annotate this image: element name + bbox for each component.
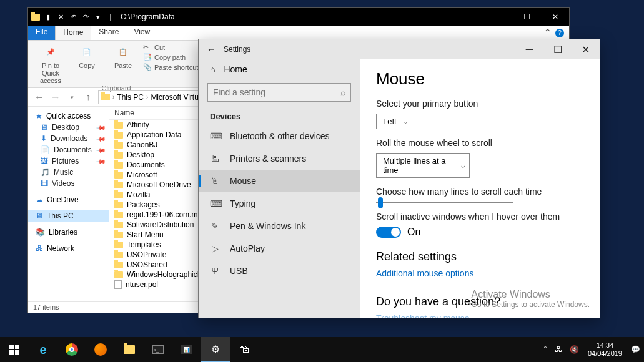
sidebar-this-pc[interactable]: 🖥This PC	[28, 210, 109, 222]
home-icon: ⌂	[210, 64, 215, 74]
paste-button[interactable]: 📋 Paste	[107, 43, 139, 69]
copy-button[interactable]: 📄 Copy	[71, 43, 103, 69]
sidebar-item-documents[interactable]: 📄Documents📌	[28, 144, 109, 155]
qat-redo-icon[interactable]: ↷	[81, 12, 91, 22]
svg-rect-1	[15, 345, 19, 349]
sidebar-item-downloads[interactable]: ⬇Downloads📌	[28, 133, 109, 144]
hover-toggle[interactable]	[376, 227, 401, 238]
lines-slider[interactable]	[376, 202, 513, 203]
nav-history-button[interactable]: ▾	[66, 94, 78, 100]
pin-icon: 📌	[96, 156, 106, 166]
folder-icon	[31, 12, 41, 22]
qat-save-icon[interactable]: ▮	[43, 12, 53, 22]
taskbar-edge[interactable]: e	[29, 337, 57, 362]
lines-label: Choose how many lines to scroll each tim…	[376, 187, 583, 197]
tray-clock[interactable]: 14:34 04/04/2019	[583, 341, 627, 358]
tray-volume-icon[interactable]: 🔇	[566, 337, 583, 362]
copy-path-button[interactable]: 📑Copy path	[143, 53, 198, 62]
sidebar-item-pictures[interactable]: 🖼Pictures📌	[28, 155, 109, 167]
settings-window: ← Settings ─ ☐ ✕ ⌂ Home Find a setting ⌕…	[198, 39, 600, 318]
cut-button[interactable]: ✂Cut	[143, 43, 198, 52]
troubleshoot-link[interactable]: Troubleshoot my mouse	[376, 313, 470, 318]
tray-network-icon[interactable]: 🖧	[551, 337, 566, 362]
taskbar-explorer[interactable]	[115, 337, 144, 362]
sidebar-item-desktop[interactable]: 🖥Desktop📌	[28, 122, 109, 133]
folder-icon	[114, 222, 123, 228]
folder-icon	[101, 94, 110, 100]
sidebar-item-printers[interactable]: 🖶Printers & scanners	[199, 147, 360, 170]
sidebar-item-mouse[interactable]: 🖱Mouse	[199, 170, 360, 192]
ribbon-tab-share[interactable]: Share	[91, 26, 126, 40]
svg-rect-2	[9, 350, 14, 355]
tray-chevron-up-icon[interactable]: ˄	[540, 337, 551, 362]
scissors-icon: ✂	[143, 43, 152, 52]
printer-icon: 🖶	[210, 154, 220, 164]
close-button[interactable]: ✕	[572, 39, 600, 59]
ribbon-help[interactable]: ⌃?	[538, 26, 569, 40]
maximize-button[interactable]: ☐	[513, 8, 541, 26]
qat-sep: |	[106, 12, 116, 22]
paste-shortcut-button[interactable]: 📎Paste shortcut	[143, 63, 198, 72]
additional-mouse-options-link[interactable]: Additional mouse options	[376, 268, 473, 278]
slider-thumb[interactable]	[378, 197, 383, 208]
close-button[interactable]: ✕	[541, 8, 569, 26]
search-input[interactable]: Find a setting ⌕	[207, 83, 351, 102]
ribbon-tab-view[interactable]: View	[126, 26, 157, 40]
wheel-select[interactable]: Multiple lines at a time	[376, 153, 470, 178]
sidebar-item-typing[interactable]: ⌨Typing	[199, 192, 360, 215]
nav-back-button[interactable]: ←	[33, 92, 46, 103]
ribbon-tab-home[interactable]: Home	[55, 26, 91, 40]
minimize-button[interactable]: ─	[485, 8, 513, 26]
breadcrumb-segment[interactable]: This PC	[117, 93, 144, 102]
primary-button-label: Select your primary button	[376, 99, 583, 109]
toggle-state: On	[407, 227, 420, 238]
sidebar-item-videos[interactable]: 🎞Videos	[28, 178, 109, 189]
taskbar-chrome[interactable]	[57, 337, 86, 362]
chevron-right-icon: ›	[146, 94, 148, 100]
tray-notifications-icon[interactable]: 💬	[627, 337, 644, 362]
sidebar-item-music[interactable]: 🎵Music	[28, 167, 109, 178]
sidebar-item-autoplay[interactable]: ▷AutoPlay	[199, 237, 360, 260]
pin-to-quick-access-button[interactable]: 📌 Pin to Quick access	[34, 43, 67, 84]
pen-icon: ✎	[210, 221, 220, 231]
copy-icon: 📄	[78, 43, 96, 61]
paste-icon: 📋	[114, 43, 132, 61]
maximize-button[interactable]: ☐	[543, 39, 572, 59]
explorer-titlebar[interactable]: ▮ ✕ ↶ ↷ ▾ | C:\ProgramData ─ ☐ ✕	[28, 8, 569, 26]
window-title: C:\ProgramData	[118, 12, 485, 21]
taskbar-settings[interactable]: ⚙	[201, 337, 230, 362]
nav-up-button[interactable]: ↑	[82, 92, 94, 103]
pin-icon: 📌	[96, 145, 106, 155]
sidebar-network[interactable]: 🖧Network	[28, 243, 109, 254]
taskbar-store[interactable]: 🛍	[230, 337, 259, 362]
pin-icon: 📌	[96, 134, 106, 144]
taskbar-terminal[interactable]: ›_	[144, 337, 172, 362]
sidebar-item-bluetooth[interactable]: ⌨Bluetooth & other devices	[199, 125, 360, 147]
nav-forward-button[interactable]: →	[49, 92, 62, 103]
qat-undo-icon[interactable]: ↶	[68, 12, 78, 22]
qat-properties-icon[interactable]: ✕	[56, 12, 66, 22]
sidebar-quick-access[interactable]: ★Quick access	[28, 110, 109, 122]
sidebar-item-pen[interactable]: ✎Pen & Windows Ink	[199, 215, 360, 237]
settings-main: Mouse Select your primary button Left Ro…	[360, 59, 600, 318]
settings-titlebar[interactable]: ← Settings ─ ☐ ✕	[199, 39, 600, 59]
taskbar-taskmgr[interactable]: 📊	[172, 337, 201, 362]
taskbar-firefox[interactable]	[86, 337, 115, 362]
folder-icon	[114, 252, 123, 258]
gear-icon: ⚙	[211, 343, 220, 355]
folder-icon	[114, 232, 123, 238]
back-button[interactable]: ←	[199, 44, 224, 54]
minimize-button[interactable]: ─	[515, 39, 543, 59]
sidebar-onedrive[interactable]: ☁OneDrive	[28, 194, 109, 205]
ribbon-tab-file[interactable]: File	[28, 26, 55, 40]
sidebar-item-usb[interactable]: ΨUSB	[199, 260, 360, 282]
qat-dropdown-icon[interactable]: ▾	[93, 12, 103, 22]
pin-icon: 📌	[96, 122, 106, 132]
activation-watermark: Activate Windows Go to Settings to activ…	[472, 289, 590, 309]
primary-button-select[interactable]: Left	[376, 114, 412, 129]
sidebar-libraries[interactable]: 📚Libraries	[28, 227, 109, 238]
sidebar-home-button[interactable]: ⌂ Home	[199, 59, 360, 79]
settings-title: Settings	[224, 45, 250, 54]
folder-icon	[114, 132, 123, 139]
start-button[interactable]	[0, 337, 29, 362]
